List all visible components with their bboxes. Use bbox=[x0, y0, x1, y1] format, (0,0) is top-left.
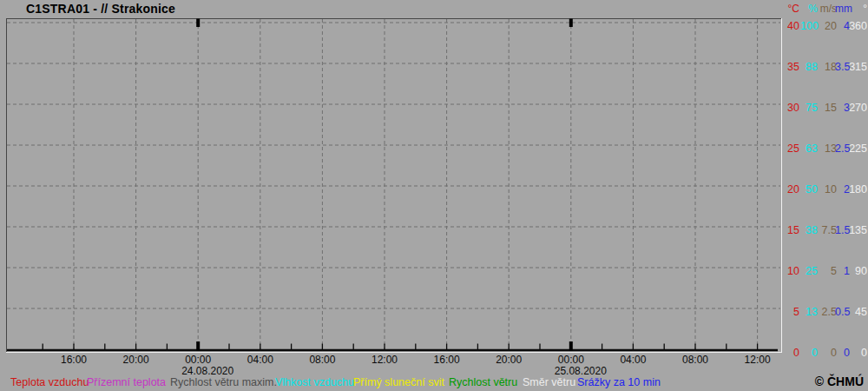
x-date-label: 24.08.2020 bbox=[181, 365, 233, 377]
legend-item: Rychlost větru bbox=[449, 376, 517, 388]
y-axis-unit: ° bbox=[848, 3, 867, 15]
x-tick-label: 00:00 bbox=[185, 354, 211, 366]
y-axis-value: 38 bbox=[800, 224, 818, 236]
y-axis-value: 75 bbox=[800, 102, 818, 114]
x-tick-label: 04:00 bbox=[247, 354, 273, 366]
y-axis-value: 135 bbox=[848, 224, 867, 236]
x-date-label: 25.08.2020 bbox=[555, 365, 607, 377]
y-axis-value: 225 bbox=[848, 142, 867, 155]
y-axis-value: 50 bbox=[800, 183, 818, 196]
legend-item: Srážky za 10 min bbox=[577, 376, 661, 388]
y-axis-value: 13 bbox=[800, 306, 818, 318]
y-axis-value: 315 bbox=[848, 61, 867, 73]
y-axis-value: 7.5 bbox=[817, 224, 837, 236]
x-tick-label: 08:00 bbox=[309, 354, 335, 366]
y-axis-value: 2.5 bbox=[817, 306, 837, 318]
x-tick-label: 12:00 bbox=[745, 354, 771, 366]
y-axis-value: 15 bbox=[779, 224, 799, 236]
y-axis-value: 0 bbox=[779, 347, 799, 359]
y-axis-unit: m/s bbox=[817, 3, 837, 15]
y-axis-value: 0 bbox=[800, 347, 818, 359]
x-tick-label: 12:00 bbox=[372, 354, 398, 366]
x-tick-label: 08:00 bbox=[682, 354, 708, 366]
y-axis-value: 40 bbox=[779, 20, 799, 32]
legend-item: Teplota vzduchu bbox=[10, 376, 89, 388]
y-axis-value: 270 bbox=[848, 102, 867, 114]
y-axis-value: 35 bbox=[779, 61, 799, 73]
copyright-label: © ČHMÚ bbox=[815, 374, 864, 388]
x-tick-label: 20:00 bbox=[123, 354, 149, 366]
y-axis-value: 20 bbox=[817, 20, 837, 32]
x-tick-label: 20:00 bbox=[496, 354, 522, 366]
legend-item: Přímý sluneční svit bbox=[353, 376, 444, 388]
x-tick-label: 00:00 bbox=[558, 354, 584, 366]
y-axis-value: 18 bbox=[817, 61, 837, 73]
x-tick-label: 16:00 bbox=[61, 354, 87, 366]
y-axis-value: 5 bbox=[817, 265, 837, 277]
y-axis-value: 90 bbox=[848, 265, 867, 277]
legend-item: Přízemní teplota bbox=[87, 376, 166, 388]
y-axis-unit: °C bbox=[779, 3, 799, 15]
y-axis-value: 360 bbox=[848, 20, 867, 32]
y-axis-value: 180 bbox=[848, 183, 867, 196]
y-axis-value: 45 bbox=[848, 306, 867, 318]
y-axis-value: 30 bbox=[779, 102, 799, 114]
y-axis-unit: % bbox=[800, 3, 818, 15]
y-axis-value: 88 bbox=[800, 61, 818, 73]
y-axis-value: 25 bbox=[779, 142, 799, 155]
y-axis-value: 63 bbox=[800, 142, 818, 155]
y-axis-value: 20 bbox=[779, 183, 799, 196]
y-axis-value: 0 bbox=[817, 347, 837, 359]
y-axis-value: 10 bbox=[779, 265, 799, 277]
y-axis-value: 0 bbox=[848, 347, 867, 359]
x-tick-label: 04:00 bbox=[620, 354, 646, 366]
x-tick-label: 16:00 bbox=[434, 354, 460, 366]
y-axis-value: 100 bbox=[800, 20, 818, 32]
y-axis-value: 13 bbox=[817, 142, 837, 155]
legend-item: Směr větru bbox=[523, 376, 575, 388]
plot-grid bbox=[0, 0, 868, 391]
y-axis-value: 25 bbox=[800, 265, 818, 277]
y-axis-value: 10 bbox=[817, 183, 837, 196]
y-axis-value: 15 bbox=[817, 102, 837, 114]
legend-item: Vlhkost vzduchu bbox=[275, 376, 354, 388]
legend-item: Rychlost větru maxim. bbox=[170, 376, 277, 388]
y-axis-value: 5 bbox=[779, 306, 799, 318]
